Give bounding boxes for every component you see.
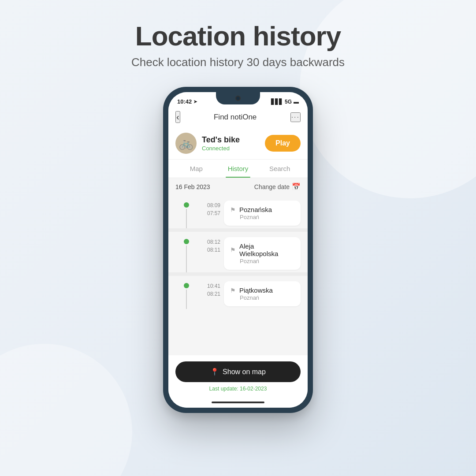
- app-title: Find notiOne: [214, 113, 257, 122]
- phone-notch: [216, 92, 260, 104]
- timeline-col-2: [175, 235, 197, 272]
- phone-frame: 10:42 ➤ ▋▋▋ 5G ▬ ‹ Find notiOne ···: [163, 87, 313, 413]
- device-text: Ted's bike Connected: [202, 135, 265, 152]
- location-row-2: ⚑ Aleja Wielkopolska: [230, 242, 294, 257]
- timeline-line-1: [186, 209, 187, 228]
- time-label-1: 08:09 07:57: [203, 199, 220, 217]
- device-avatar: 🚲: [175, 133, 197, 154]
- flag-icon-1: ⚑: [230, 206, 236, 213]
- last-update: Last update: 16-02-2023: [209, 386, 267, 395]
- device-status: Connected: [202, 145, 265, 152]
- current-date: 16 Feb 2023: [175, 183, 210, 190]
- network-type: 5G: [285, 99, 292, 105]
- change-date-button[interactable]: Change date 📅: [254, 182, 301, 191]
- device-info: 🚲 Ted's bike Connected Play: [168, 127, 308, 160]
- city-2: Poznań: [230, 258, 294, 264]
- back-button[interactable]: ‹: [175, 111, 180, 123]
- timeline-dot-2: [184, 239, 189, 244]
- timeline-col-1: [175, 199, 197, 228]
- phone-screen: 10:42 ➤ ▋▋▋ 5G ▬ ‹ Find notiOne ···: [168, 92, 308, 408]
- timeline-dot-3: [184, 283, 189, 288]
- page-subtitle: Check location history 30 days backwards: [131, 56, 345, 69]
- bike-icon: 🚲: [179, 137, 193, 150]
- change-date-label: Change date: [254, 183, 290, 190]
- calendar-icon: 📅: [292, 182, 301, 191]
- app-header: ‹ Find notiOne ···: [168, 108, 308, 127]
- street-1: Poznańska: [239, 206, 272, 213]
- time-label-2: 08:12 08:11: [203, 235, 220, 254]
- street-2: Aleja Wielkopolska: [239, 242, 294, 257]
- battery-icon: ▬: [294, 99, 299, 105]
- location-arrow-icon: ➤: [193, 99, 197, 104]
- divider-1: [168, 228, 308, 232]
- timeline-dot-1: [184, 202, 189, 208]
- flag-icon-2: ⚑: [230, 246, 236, 253]
- time-display: 10:42: [177, 98, 192, 105]
- tab-history[interactable]: History: [217, 160, 259, 178]
- date-bar: 16 Feb 2023 Change date 📅: [168, 178, 308, 195]
- divider-2: [168, 272, 308, 276]
- timeline-line-3: [186, 290, 187, 309]
- page-header: Location history Check location history …: [131, 0, 345, 78]
- timeline-col-3: [175, 279, 197, 309]
- more-options-button[interactable]: ···: [290, 112, 301, 122]
- tab-map[interactable]: Map: [175, 160, 217, 178]
- tab-search[interactable]: Search: [259, 160, 301, 178]
- status-time: 10:42 ➤: [177, 98, 197, 105]
- home-indicator-bar: [168, 398, 308, 408]
- location-row-1: ⚑ Poznańska: [230, 206, 294, 213]
- home-indicator: [212, 402, 264, 403]
- status-icons: ▋▋▋ 5G ▬: [271, 99, 299, 105]
- timeline-line-2: [186, 245, 187, 272]
- street-3: Piątkowska: [239, 286, 273, 294]
- page-title: Location history: [131, 21, 345, 51]
- location-card-3[interactable]: ⚑ Piątkowska Poznań: [224, 281, 301, 306]
- city-3: Poznań: [230, 294, 294, 301]
- play-button[interactable]: Play: [265, 135, 301, 152]
- camera-dot: [235, 96, 241, 101]
- city-1: Poznań: [230, 214, 294, 220]
- screen-content: 10:42 ➤ ▋▋▋ 5G ▬ ‹ Find notiOne ···: [168, 92, 308, 408]
- time-label-3: 10:41 08:21: [203, 279, 220, 298]
- show-on-map-button[interactable]: 📍 Show on map: [175, 361, 301, 382]
- location-row-3: ⚑ Piątkowska: [230, 286, 294, 294]
- location-card-2[interactable]: ⚑ Aleja Wielkopolska Poznań: [224, 237, 301, 270]
- show-map-label: Show on map: [223, 368, 266, 376]
- flag-icon-3: ⚑: [230, 287, 236, 294]
- location-card-1[interactable]: ⚑ Poznańska Poznań: [224, 201, 301, 226]
- device-name: Ted's bike: [202, 135, 265, 145]
- phone-wrapper: 10:42 ➤ ▋▋▋ 5G ▬ ‹ Find notiOne ···: [163, 87, 313, 413]
- map-pin-icon: 📍: [210, 368, 219, 376]
- signal-icon: ▋▋▋: [271, 99, 283, 105]
- tabs-bar: Map History Search: [168, 160, 308, 178]
- bottom-area: 📍 Show on map Last update: 16-02-2023: [168, 355, 308, 398]
- history-list: 08:09 07:57 ⚑ Poznańska Poznań: [168, 195, 308, 355]
